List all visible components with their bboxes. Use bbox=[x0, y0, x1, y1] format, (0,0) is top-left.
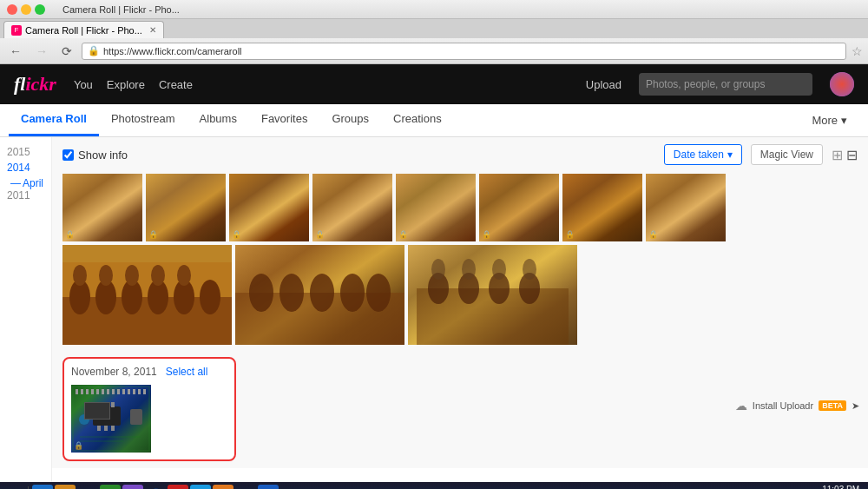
magic-view-label: Magic View bbox=[760, 149, 813, 161]
taskbar-opera[interactable]: O bbox=[168, 485, 188, 489]
taskbar-files[interactable]: 📂 bbox=[235, 485, 256, 489]
minimize-button[interactable] bbox=[21, 4, 31, 15]
photo-thumb-4[interactable]: 🔒 bbox=[312, 174, 392, 241]
start-button[interactable]: ⊞ bbox=[3, 485, 24, 489]
subnav-photostream[interactable]: Photostream bbox=[99, 103, 187, 136]
arduino-photo[interactable]: 🔒 bbox=[71, 385, 151, 453]
photo-row-large bbox=[62, 245, 858, 345]
taskbar-skype[interactable]: S bbox=[190, 485, 211, 489]
date-taken-button[interactable]: Date taken ▾ bbox=[664, 144, 742, 165]
you-link[interactable]: You bbox=[74, 78, 93, 91]
svg-point-27 bbox=[431, 259, 445, 280]
colosseum-svg-3 bbox=[408, 245, 577, 345]
explore-link[interactable]: Explore bbox=[107, 78, 145, 91]
photo-thumb-6[interactable]: 🔒 bbox=[479, 174, 559, 241]
svg-point-8 bbox=[73, 265, 87, 286]
lock-icon: 🔒 bbox=[88, 45, 100, 56]
large-photo-image-1 bbox=[62, 245, 232, 345]
tab-bar: F Camera Roll | Flickr - Pho... ✕ bbox=[0, 19, 868, 38]
taskbar-app3[interactable]: ⬛ bbox=[77, 485, 98, 489]
maximize-button[interactable] bbox=[35, 4, 45, 15]
photo-thumb-8[interactable]: 🔒 bbox=[646, 174, 726, 241]
svg-point-30 bbox=[523, 259, 536, 280]
flickr-subnav: Camera Roll Photostream Albums Favorites… bbox=[0, 104, 868, 137]
flickr-logo: flickr bbox=[14, 73, 56, 96]
taskbar-ie-icon[interactable]: e bbox=[32, 485, 53, 489]
address-bar[interactable]: 🔒 https://www.flickr.com/cameraroll bbox=[82, 43, 846, 60]
colosseum-svg-1 bbox=[62, 245, 232, 345]
svg-point-12 bbox=[177, 265, 191, 286]
sidebar-year-2015[interactable]: 2015 bbox=[7, 146, 44, 158]
close-button[interactable] bbox=[7, 4, 17, 15]
reload-button[interactable]: ⟳ bbox=[57, 43, 76, 60]
window-title: Camera Roll | Flickr - Pho... bbox=[45, 4, 861, 15]
large-photo-2[interactable] bbox=[235, 245, 404, 345]
photo-thumb-5[interactable]: 🔒 bbox=[396, 174, 476, 241]
taskbar-app4[interactable]: A bbox=[100, 485, 121, 489]
group-header: November 8, 2011 Select all bbox=[71, 366, 227, 378]
beta-badge: BETA bbox=[819, 400, 846, 411]
flickr-main: 2015 2014 — April 2011 Show info Da bbox=[0, 137, 868, 482]
show-info-label[interactable]: Show info bbox=[62, 149, 128, 162]
flickr-content: Show info Date taken ▾ Magic View ⊞ ⊟ bbox=[52, 137, 868, 468]
install-uploadr-label[interactable]: Install Uploadr bbox=[753, 400, 813, 411]
window-controls[interactable] bbox=[7, 4, 45, 15]
lock-icon-4: 🔒 bbox=[315, 230, 325, 239]
more-button[interactable]: More ▾ bbox=[799, 103, 859, 136]
back-button[interactable]: ← bbox=[5, 43, 26, 60]
create-link[interactable]: Create bbox=[159, 78, 193, 91]
photo-thumb-3[interactable]: 🔒 bbox=[229, 174, 309, 241]
subnav-creations[interactable]: Creations bbox=[381, 103, 454, 136]
taskbar-firefox[interactable]: 🦊 bbox=[213, 485, 233, 489]
show-info-checkbox[interactable] bbox=[62, 149, 74, 161]
svg-point-11 bbox=[151, 265, 165, 286]
photo-thumb-7[interactable]: 🔒 bbox=[562, 174, 642, 241]
photo-thumb-1[interactable]: 🔒 bbox=[62, 174, 142, 241]
more-label: More bbox=[812, 114, 838, 127]
list-view-button[interactable]: ⊟ bbox=[846, 147, 858, 163]
upload-link[interactable]: Upload bbox=[586, 78, 621, 91]
photo-thumb-2[interactable]: 🔒 bbox=[146, 174, 226, 241]
svg-rect-38 bbox=[104, 426, 108, 431]
taskbar-paint[interactable]: 🎨 bbox=[280, 485, 301, 489]
taskbar-word[interactable]: W bbox=[258, 485, 279, 489]
subnav-camera-roll[interactable]: Camera Roll bbox=[9, 103, 99, 136]
dash-icon: — bbox=[10, 177, 21, 189]
magic-view-button[interactable]: Magic View bbox=[751, 144, 823, 165]
active-tab[interactable]: F Camera Roll | Flickr - Pho... ✕ bbox=[3, 21, 164, 38]
large-photo-image-2 bbox=[235, 245, 404, 345]
forward-button[interactable]: → bbox=[31, 43, 52, 60]
svg-point-28 bbox=[462, 259, 476, 280]
group-photos: 🔒 bbox=[71, 385, 227, 453]
content-toolbar: Show info Date taken ▾ Magic View ⊞ ⊟ bbox=[62, 144, 858, 165]
tab-close-icon[interactable]: ✕ bbox=[149, 25, 156, 35]
lock-icon-7: 🔒 bbox=[565, 230, 575, 239]
taskbar-explorer-icon[interactable]: 📁 bbox=[55, 485, 76, 489]
grid-view-button[interactable]: ⊞ bbox=[832, 147, 843, 163]
selected-photo-group: November 8, 2011 Select all bbox=[62, 357, 236, 461]
svg-rect-37 bbox=[97, 426, 101, 431]
large-photo-1[interactable] bbox=[62, 245, 232, 345]
sidebar-month-april[interactable]: — April bbox=[10, 177, 44, 189]
taskbar-viber[interactable]: 📱 bbox=[122, 485, 143, 489]
search-input[interactable] bbox=[639, 73, 812, 96]
sidebar-year-2011[interactable]: 2011 bbox=[7, 189, 44, 202]
subnav-albums[interactable]: Albums bbox=[187, 103, 249, 136]
avatar[interactable] bbox=[830, 72, 854, 96]
dropdown-icon: ▾ bbox=[727, 149, 733, 161]
month-label: April bbox=[23, 177, 43, 189]
chevron-down-icon: ▾ bbox=[841, 114, 847, 127]
sidebar-year-2014[interactable]: 2014 bbox=[7, 162, 44, 174]
select-all-link[interactable]: Select all bbox=[166, 366, 208, 378]
large-photo-3[interactable] bbox=[408, 245, 577, 345]
tab-title: Camera Roll | Flickr - Pho... bbox=[25, 25, 142, 36]
lock-icon-2: 🔒 bbox=[148, 230, 158, 239]
subnav-groups[interactable]: Groups bbox=[319, 103, 381, 136]
lock-icon-1: 🔒 bbox=[65, 230, 75, 239]
bookmark-icon[interactable]: ☆ bbox=[852, 44, 863, 58]
taskbar-chrome[interactable]: 🔵 bbox=[145, 485, 166, 489]
lock-icon-8: 🔒 bbox=[648, 230, 658, 239]
subnav-favorites[interactable]: Favorites bbox=[249, 103, 319, 136]
svg-point-17 bbox=[279, 274, 304, 312]
flickr-app: flickr You Explore Create Upload Camera … bbox=[0, 64, 868, 482]
